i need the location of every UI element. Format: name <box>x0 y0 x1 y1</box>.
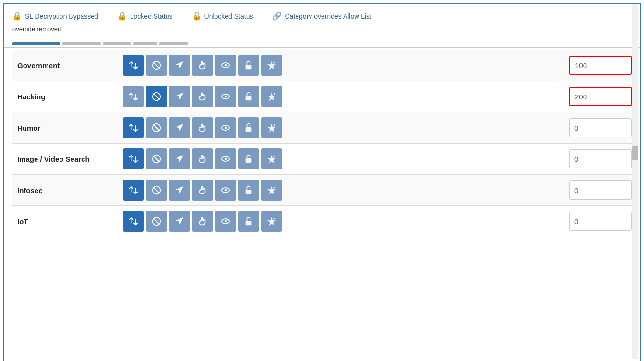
tab-3[interactable] <box>103 42 131 45</box>
icon-btn-unlock[interactable] <box>238 211 259 232</box>
icon-group <box>123 148 560 169</box>
legend-unlocked-label: Unlocked Status <box>204 12 253 20</box>
legend-bar: 🔒 SL Decryption Bypassed 🔒 Locked Status… <box>4 4 640 25</box>
icon-btn-block[interactable] <box>146 86 167 107</box>
category-name: Infosec <box>12 186 123 194</box>
svg-point-15 <box>225 127 227 129</box>
icon-btn-sparkle[interactable] <box>261 148 282 169</box>
value-input[interactable] <box>569 212 632 231</box>
legend-category-override: 🔗 Category overrides Allow List <box>272 12 371 21</box>
svg-rect-34 <box>246 221 252 225</box>
tab-2[interactable] <box>62 42 101 45</box>
svg-point-9 <box>225 96 227 98</box>
icon-group <box>123 86 560 107</box>
svg-line-1 <box>153 62 159 68</box>
legend-unlocked: 🔓 Unlocked Status <box>192 12 253 21</box>
svg-point-29 <box>274 187 275 189</box>
tab-4[interactable] <box>133 42 157 45</box>
table-row: Hacking <box>12 81 632 112</box>
category-name: Hacking <box>12 93 123 101</box>
legend-locked-label: Locked Status <box>130 12 173 20</box>
svg-rect-22 <box>246 158 252 163</box>
svg-rect-10 <box>246 96 252 100</box>
icon-btn-plane[interactable] <box>169 148 190 169</box>
value-input[interactable] <box>569 149 632 168</box>
svg-line-31 <box>153 218 159 224</box>
svg-point-27 <box>225 189 227 192</box>
icon-btn-block[interactable] <box>146 211 167 232</box>
value-input[interactable] <box>569 56 632 75</box>
icon-btn-sparkle[interactable] <box>261 86 282 107</box>
icon-group <box>123 117 560 138</box>
icon-btn-eye[interactable] <box>215 55 236 76</box>
svg-rect-16 <box>246 127 252 132</box>
icon-btn-hand[interactable] <box>192 211 213 232</box>
icon-group <box>123 55 560 76</box>
icon-btn-hand[interactable] <box>192 148 213 169</box>
svg-line-13 <box>153 124 159 131</box>
value-input[interactable] <box>569 180 632 200</box>
category-table-wrapper: Government Hacking <box>4 48 640 242</box>
icon-group <box>123 180 560 201</box>
svg-line-25 <box>153 187 159 193</box>
icon-btn-eye[interactable] <box>215 86 236 107</box>
legend-category-override-label: Category overrides Allow List <box>285 12 371 20</box>
svg-point-17 <box>274 124 275 126</box>
legend-ssl-label: SL Decryption Bypassed <box>25 12 98 20</box>
category-list: Government Hacking <box>12 50 632 237</box>
icon-btn-transfer[interactable] <box>123 117 144 138</box>
icon-btn-eye[interactable] <box>215 148 236 169</box>
category-name: Humor <box>12 124 123 132</box>
svg-point-3 <box>225 64 227 67</box>
icon-btn-transfer[interactable] <box>123 180 144 201</box>
svg-line-19 <box>153 156 159 162</box>
scrollbar-thumb[interactable] <box>632 146 638 160</box>
svg-point-23 <box>274 156 275 157</box>
icon-btn-transfer[interactable] <box>123 148 144 169</box>
svg-point-21 <box>225 158 227 160</box>
icon-btn-eye[interactable] <box>215 180 236 201</box>
icon-btn-sparkle[interactable] <box>261 117 282 138</box>
icon-btn-plane[interactable] <box>169 117 190 138</box>
tab-5[interactable] <box>159 42 188 45</box>
icon-btn-block[interactable] <box>146 148 167 169</box>
icon-btn-block[interactable] <box>146 180 167 201</box>
scrollbar-track[interactable] <box>632 4 638 359</box>
icon-btn-transfer[interactable] <box>123 211 144 232</box>
icon-btn-transfer[interactable] <box>123 86 144 107</box>
tabs-bar <box>4 39 640 48</box>
category-name: IoT <box>12 217 123 226</box>
icon-btn-plane[interactable] <box>169 180 190 201</box>
icon-btn-hand[interactable] <box>192 55 213 76</box>
icon-btn-unlock[interactable] <box>238 55 259 76</box>
table-row: IoT <box>12 206 632 237</box>
icon-btn-hand[interactable] <box>192 180 213 201</box>
override-text-label: override removed <box>12 25 61 33</box>
icon-btn-plane[interactable] <box>169 211 190 232</box>
value-input[interactable] <box>569 118 632 137</box>
icon-btn-unlock[interactable] <box>238 148 259 169</box>
value-input[interactable] <box>569 87 632 106</box>
svg-point-35 <box>274 218 275 220</box>
icon-btn-hand[interactable] <box>192 117 213 138</box>
icon-btn-unlock[interactable] <box>238 180 259 201</box>
icon-btn-sparkle[interactable] <box>261 180 282 201</box>
icon-btn-hand[interactable] <box>192 86 213 107</box>
table-row: Humor <box>12 112 632 144</box>
unlocked-icon: 🔓 <box>192 12 202 21</box>
svg-point-33 <box>225 220 227 223</box>
icon-btn-sparkle[interactable] <box>261 55 282 76</box>
tab-1[interactable] <box>12 42 60 45</box>
icon-btn-plane[interactable] <box>169 55 190 76</box>
icon-btn-block[interactable] <box>146 117 167 138</box>
icon-group <box>123 211 560 232</box>
locked-icon: 🔒 <box>118 12 127 21</box>
icon-btn-block[interactable] <box>146 55 167 76</box>
icon-btn-plane[interactable] <box>169 86 190 107</box>
icon-btn-sparkle[interactable] <box>261 211 282 232</box>
icon-btn-transfer[interactable] <box>123 55 144 76</box>
icon-btn-unlock[interactable] <box>238 117 259 138</box>
icon-btn-eye[interactable] <box>215 117 236 138</box>
icon-btn-unlock[interactable] <box>238 86 259 107</box>
icon-btn-eye[interactable] <box>215 211 236 232</box>
